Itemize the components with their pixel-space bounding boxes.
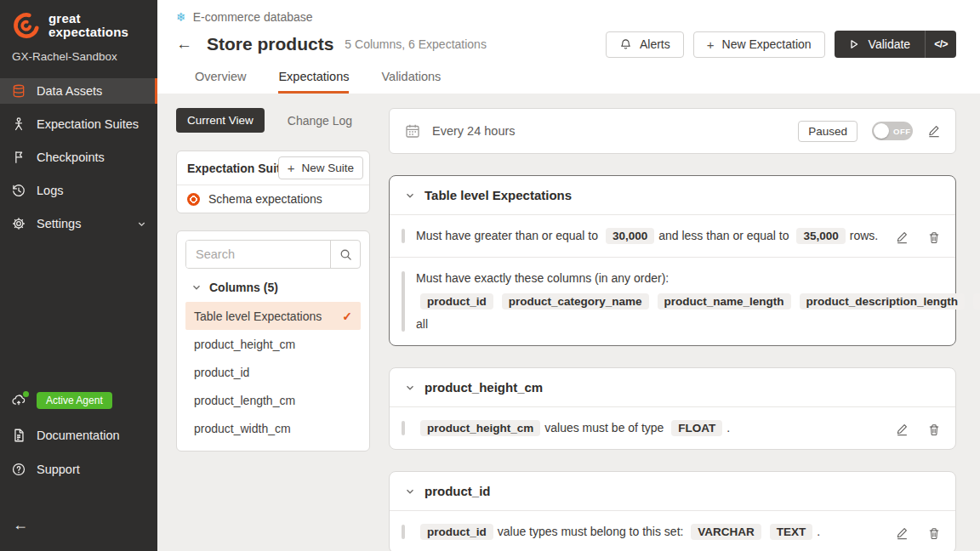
sidebar-nav: Data Assets Expectation Suites Checkpoin… [0, 78, 157, 244]
toggle-state-label: OFF [893, 127, 911, 136]
edit-expectation-button[interactable] [896, 423, 909, 436]
validate-button[interactable]: Validate [835, 31, 926, 58]
workspace-name: GX-Rachel-Sandbox [0, 47, 157, 78]
value-chip: product_photos_qty [973, 293, 980, 310]
delete-expectation-button[interactable] [928, 231, 940, 244]
tab-expectations[interactable]: Expectations [278, 70, 349, 94]
edit-expectation-button[interactable] [896, 526, 909, 540]
header-actions: Alerts + New Expectation Validate </> [606, 31, 956, 58]
breadcrumb: ❄ E-commerce database [176, 10, 956, 24]
change-log-button[interactable]: Change Log [288, 114, 352, 128]
page-header: ❄ E-commerce database ← Store products 5… [157, 0, 980, 94]
agent-online-dot [23, 391, 29, 397]
suite-option-label: Schema expectations [208, 192, 322, 206]
sidebar-item-support[interactable]: Support [0, 457, 157, 482]
chevron-down-icon[interactable] [137, 219, 146, 229]
row-accent-bar [402, 229, 405, 243]
gx-logo-icon [12, 11, 41, 40]
chevron-down-icon [405, 486, 415, 497]
suite-option-schema-expectations[interactable]: Schema expectations [177, 185, 369, 213]
schedule-frequency: Every 24 hours [432, 124, 516, 138]
value-chip: product_height_cm [420, 420, 540, 436]
plus-icon: + [707, 37, 715, 52]
sidebar-item-settings[interactable]: Settings [0, 211, 157, 236]
sidebar-item-checkpoints[interactable]: Checkpoints [0, 145, 157, 170]
play-icon [849, 39, 859, 49]
tab-bar: Overview Expectations Validations [176, 59, 956, 94]
value-chip: FLOAT [671, 420, 722, 436]
column-item-product-height-cm[interactable]: product_height_cm [185, 330, 361, 358]
title-row: ← Store products 5 Columns, 6 Expectatio… [176, 30, 956, 59]
card-collapse-header[interactable]: product_height_cm [390, 368, 955, 406]
expectation-row: product_idvalue types must belong to thi… [390, 510, 955, 551]
row-accent-bar [402, 525, 405, 539]
sidebar-item-documentation[interactable]: Documentation [0, 423, 157, 448]
back-arrow-icon[interactable]: ← [176, 35, 192, 54]
code-icon: </> [934, 38, 948, 50]
sidebar-item-expectation-suites[interactable]: Expectation Suites [0, 111, 157, 137]
delete-expectation-button[interactable] [928, 527, 940, 540]
expectation-row: Must have greater than or equal to 30,00… [390, 214, 955, 257]
sidebar-item-data-assets[interactable]: Data Assets [0, 78, 157, 104]
column-item-product-id[interactable]: product_id [185, 358, 361, 386]
breadcrumb-label[interactable]: E-commerce database [193, 10, 313, 24]
column-item-table-level[interactable]: Table level Expectations ✓ [185, 302, 361, 330]
search-icon[interactable] [330, 241, 360, 268]
card-collapse-header[interactable]: Table level Expectations [390, 176, 955, 214]
gear-icon [11, 216, 26, 231]
card-collapse-header[interactable]: product_id [390, 472, 955, 510]
columns-group-header[interactable]: Columns (5) [185, 269, 361, 302]
delete-expectation-button[interactable] [928, 423, 940, 436]
sidebar-item-logs[interactable]: Logs [0, 178, 157, 203]
card-title: Table level Expectations [424, 188, 572, 202]
value-chip: product_id [420, 293, 493, 310]
current-view-button[interactable]: Current View [176, 108, 265, 133]
expectation-text: Must have exactly these columns (in any … [416, 267, 980, 336]
card-title: product_height_cm [424, 380, 543, 395]
toggle-knob [874, 123, 889, 139]
page-title: Store products [207, 34, 333, 54]
edit-schedule-button[interactable] [927, 124, 941, 138]
value-chip: product_description_length [800, 293, 966, 310]
code-snippet-button[interactable]: </> [926, 31, 956, 58]
expectation-text: product_idvalue types must belong to thi… [416, 520, 896, 543]
column-item-product-width-cm[interactable]: product_width_cm [185, 414, 361, 442]
tab-validations[interactable]: Validations [381, 70, 441, 94]
sidebar-item-label: Expectation Suites [37, 117, 139, 131]
expectation-cards: Table level ExpectationsMust have greate… [389, 175, 956, 551]
row-accent-bar [402, 271, 405, 332]
schedule-toggle[interactable]: OFF [872, 122, 913, 140]
suites-figure-icon [11, 116, 26, 132]
expectation-row: Must have exactly these columns (in any … [390, 257, 955, 345]
paused-status-badge: Paused [798, 121, 858, 142]
search-input[interactable] [186, 241, 330, 268]
schedule-controls: Paused OFF [798, 121, 941, 142]
new-suite-button[interactable]: + New Suite [278, 156, 363, 179]
sidebar-item-label: Settings [37, 217, 81, 230]
chevron-down-icon [191, 282, 202, 293]
content-area: Current View Change Log Expectation Suit… [157, 94, 980, 551]
search-box [185, 240, 361, 269]
new-expectation-button[interactable]: + New Expectation [693, 31, 825, 58]
brand-logo: greatexpectations [0, 0, 157, 47]
value-chip: product_category_name [502, 293, 649, 310]
collapse-sidebar-icon[interactable]: ← [13, 516, 28, 533]
column-item-product-length-cm[interactable]: product_length_cm [185, 386, 361, 414]
bell-icon [619, 38, 632, 51]
active-agent-badge: Active Agent [37, 392, 112, 409]
value-chip: TEXT [770, 524, 813, 540]
expectation-text: product_height_cmvalues must be of type … [416, 417, 896, 440]
expectation-card-product-id: product_idproduct_idvalue types must bel… [389, 471, 956, 551]
row-actions [896, 520, 940, 540]
sidebar-item-label: Documentation [37, 429, 120, 442]
edit-expectation-button[interactable] [896, 230, 909, 244]
sidebar-item-label: Logs [37, 184, 63, 197]
alerts-button[interactable]: Alerts [606, 31, 684, 58]
chevron-down-icon [405, 383, 415, 393]
schedule-bar: Every 24 hours Paused OFF [389, 108, 956, 154]
sidebar-collapse-row: ← [0, 503, 157, 551]
expectation-card-product-height-cm: product_height_cmproduct_height_cmvalues… [389, 367, 956, 450]
tab-overview[interactable]: Overview [195, 70, 246, 94]
history-clock-icon [11, 183, 26, 198]
expectation-suite-card: Expectation Suit... + New Suite Schema e… [176, 151, 370, 213]
